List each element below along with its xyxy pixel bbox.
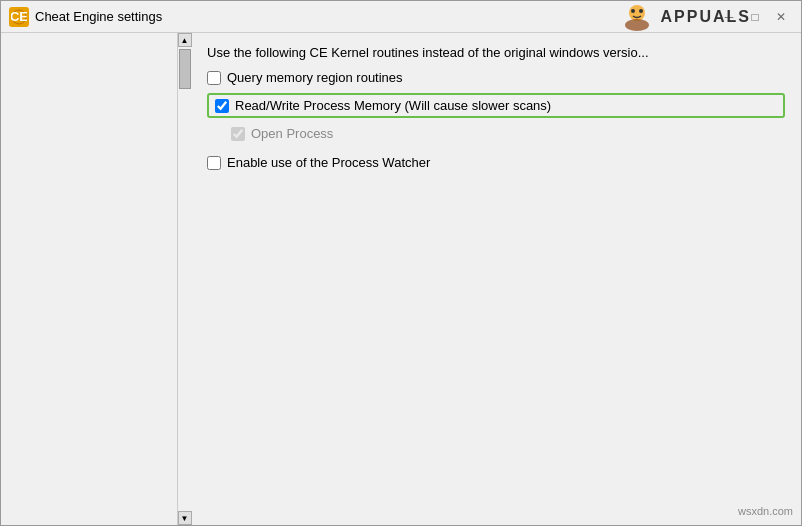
read-write-process-checkbox[interactable] [215, 99, 229, 113]
process-watcher-row: Enable use of the Process Watcher [207, 155, 785, 170]
header-text: Use the following CE Kernel routines ins… [207, 45, 785, 60]
query-memory-checkbox[interactable] [207, 71, 221, 85]
content-area: ▲ ▼ Use the following CE Kernel routines… [1, 33, 801, 525]
svg-point-3 [625, 19, 649, 31]
open-process-label: Open Process [251, 126, 333, 141]
title-bar: CE Cheat Engine settings APPUALS ─ □ ✕ [1, 1, 801, 33]
process-watcher-label: Enable use of the Process Watcher [227, 155, 430, 170]
read-write-process-label: Read/Write Process Memory (Will cause sl… [235, 98, 551, 113]
svg-point-2 [629, 5, 645, 21]
main-window: CE Cheat Engine settings APPUALS ─ □ ✕ [0, 0, 802, 526]
sidebar-scrollbar[interactable]: ▲ ▼ [177, 33, 191, 525]
query-memory-row: Query memory region routines [207, 70, 785, 85]
scroll-thumb[interactable] [179, 49, 191, 89]
open-process-row: Open Process [207, 126, 785, 141]
sidebar [1, 33, 177, 525]
process-watcher-checkbox[interactable] [207, 156, 221, 170]
watermark: wsxdn.com [738, 505, 793, 517]
svg-point-4 [631, 9, 635, 13]
query-memory-label: Query memory region routines [227, 70, 403, 85]
branding-area: APPUALS [617, 1, 751, 33]
open-process-checkbox [231, 127, 245, 141]
main-content-panel: Use the following CE Kernel routines ins… [191, 33, 801, 525]
sidebar-wrapper: ▲ ▼ [1, 33, 191, 525]
close-button[interactable]: ✕ [769, 5, 793, 29]
scroll-up-button[interactable]: ▲ [178, 33, 192, 47]
scroll-down-button[interactable]: ▼ [178, 511, 192, 525]
svg-point-5 [639, 9, 643, 13]
svg-text:CE: CE [11, 9, 27, 24]
appuals-text: APPUALS [661, 8, 751, 26]
app-icon: CE [9, 7, 29, 27]
read-write-process-row: Read/Write Process Memory (Will cause sl… [207, 93, 785, 118]
person-icon [617, 3, 657, 31]
window-title: Cheat Engine settings [35, 9, 717, 24]
